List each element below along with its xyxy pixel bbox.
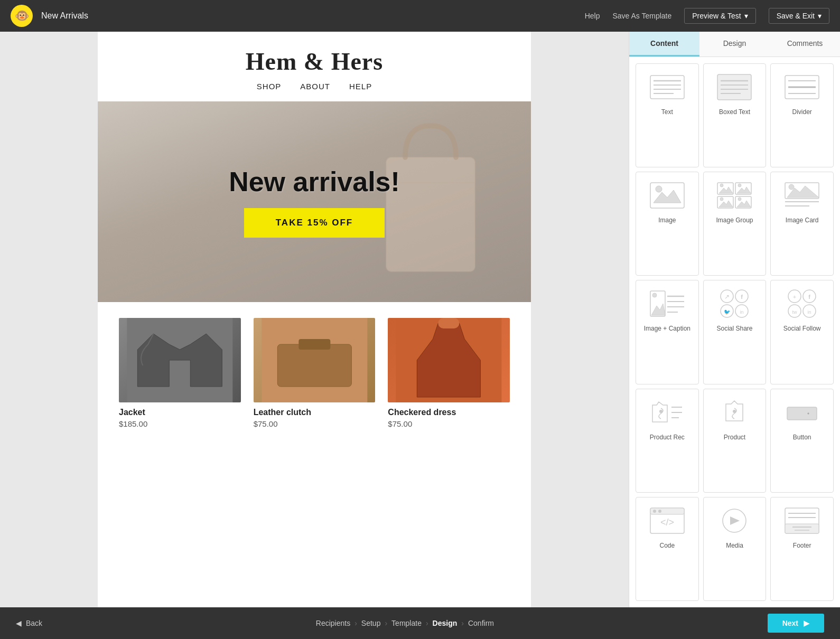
chevron-icon: › xyxy=(426,619,428,627)
svg-rect-4 xyxy=(277,344,351,387)
nav-about[interactable]: ABOUT xyxy=(300,82,330,91)
block-code-label: Code xyxy=(659,542,675,549)
svg-point-74 xyxy=(653,510,656,513)
preview-test-button[interactable]: Preview & Test ▾ xyxy=(684,8,755,24)
breadcrumb: Recipients › Setup › Template › Design ›… xyxy=(316,619,494,627)
block-boxed-text[interactable]: Boxed Text xyxy=(703,63,767,167)
image-caption-block-icon xyxy=(646,287,688,321)
breadcrumb-template: Template xyxy=(391,619,422,627)
chevron-left-icon: ◀ xyxy=(16,619,22,627)
clutch-icon xyxy=(254,318,376,402)
next-button[interactable]: Next ▶ xyxy=(768,614,824,633)
svg-point-75 xyxy=(658,510,661,513)
hero-overlay: New arrivals! TAKE 15% OFF xyxy=(98,101,531,302)
canvas-area: Hem & Hers SHOP ABOUT HELP New arrivals! xyxy=(0,32,629,607)
block-image-group[interactable]: Image Group xyxy=(703,172,767,276)
product-image-dress xyxy=(388,318,510,402)
brand-name: Hem & Hers xyxy=(108,48,520,76)
product-name-dress: Checkered dress xyxy=(388,408,510,417)
block-media[interactable]: Media xyxy=(703,497,767,601)
products-grid: Jacket $185.00 Leather clutch $75. xyxy=(119,318,510,428)
svg-marker-35 xyxy=(737,201,751,207)
image-card-block-icon xyxy=(781,178,823,212)
divider-block-icon xyxy=(781,70,823,104)
product-name-clutch: Leather clutch xyxy=(254,408,376,417)
svg-rect-80 xyxy=(785,524,819,533)
product-block-icon xyxy=(713,396,755,429)
block-button[interactable]: Button xyxy=(770,389,834,493)
svg-text:f: f xyxy=(741,294,743,300)
block-footer-label: Footer xyxy=(793,542,811,549)
save-as-template-button[interactable]: Save As Template xyxy=(612,12,671,20)
nav-shop[interactable]: SHOP xyxy=(257,82,282,91)
block-image-card-label: Image Card xyxy=(786,217,819,224)
block-media-label: Media xyxy=(726,542,743,549)
back-button[interactable]: ◀ Back xyxy=(16,619,42,627)
svg-marker-78 xyxy=(730,516,740,525)
block-product[interactable]: Product xyxy=(703,389,767,493)
svg-text:in: in xyxy=(740,309,744,315)
email-header: Hem & Hers SHOP ABOUT HELP xyxy=(98,32,531,101)
nav-help[interactable]: HELP xyxy=(349,82,372,91)
email-canvas: Hem & Hers SHOP ABOUT HELP New arrivals! xyxy=(98,32,531,607)
hero-cta-button[interactable]: TAKE 15% OFF xyxy=(244,208,385,238)
svg-marker-32 xyxy=(719,201,733,207)
products-section: Jacket $185.00 Leather clutch $75. xyxy=(98,302,531,449)
svg-rect-22 xyxy=(650,183,684,208)
tab-comments[interactable]: Comments xyxy=(770,32,840,57)
nav-right: Help Save As Template Preview & Test ▾ S… xyxy=(585,8,829,24)
svg-point-65 xyxy=(659,410,662,413)
svg-rect-70 xyxy=(787,407,817,420)
block-image-label: Image xyxy=(658,217,676,224)
block-image-card[interactable]: Image Card xyxy=(770,172,834,276)
panel-tabs: Content Design Comments xyxy=(629,32,840,57)
bottom-navigation: ◀ Back Recipients › Setup › Template › D… xyxy=(0,607,840,639)
block-button-label: Button xyxy=(793,434,811,441)
image-block-icon xyxy=(646,178,688,212)
hero-section: New arrivals! TAKE 15% OFF xyxy=(98,101,531,302)
block-text[interactable]: Text xyxy=(636,63,699,167)
svg-rect-7 xyxy=(438,318,460,328)
block-product-rec[interactable]: Product Rec xyxy=(636,389,699,493)
button-block-icon xyxy=(781,396,823,429)
svg-point-27 xyxy=(720,184,723,187)
help-button[interactable]: Help xyxy=(585,12,600,20)
tab-design[interactable]: Design xyxy=(699,32,770,57)
svg-point-36 xyxy=(738,198,741,201)
svg-point-69 xyxy=(733,410,736,413)
mailchimp-logo: 🐵 xyxy=(11,5,33,27)
product-name-jacket: Jacket xyxy=(119,408,241,417)
block-image[interactable]: Image xyxy=(636,172,699,276)
block-social-follow-label: Social Follow xyxy=(783,325,821,332)
product-item-dress: Checkered dress $75.00 xyxy=(388,318,510,428)
nav-title: New Arrivals xyxy=(41,11,88,21)
save-exit-button[interactable]: Save & Exit ▾ xyxy=(769,8,829,24)
svg-rect-8 xyxy=(650,76,684,99)
block-social-follow[interactable]: + f tw in Social Follow xyxy=(770,280,834,384)
nav-left: 🐵 New Arrivals xyxy=(11,5,88,27)
product-price-dress: $75.00 xyxy=(388,419,510,428)
chevron-down-icon: ▾ xyxy=(744,12,748,20)
block-image-caption[interactable]: Image + Caption xyxy=(636,280,699,384)
block-product-rec-label: Product Rec xyxy=(650,434,685,441)
tab-content[interactable]: Content xyxy=(629,32,699,57)
block-divider-label: Divider xyxy=(792,108,811,116)
media-block-icon xyxy=(713,504,755,538)
breadcrumb-recipients: Recipients xyxy=(316,619,350,627)
chevron-right-icon: ▶ xyxy=(804,619,809,627)
chevron-icon: › xyxy=(461,619,464,627)
svg-point-24 xyxy=(656,186,662,192)
block-social-share[interactable]: ↗ f 🐦 in Social Share xyxy=(703,280,767,384)
jacket-icon xyxy=(119,318,241,402)
chevron-icon: › xyxy=(354,619,357,627)
svg-point-39 xyxy=(789,184,794,190)
block-boxed-text-label: Boxed Text xyxy=(719,108,750,116)
code-block-icon: </> xyxy=(646,504,688,538)
svg-marker-29 xyxy=(737,187,751,193)
product-image-clutch xyxy=(254,318,376,402)
block-divider[interactable]: Divider xyxy=(770,63,834,167)
block-footer[interactable]: Footer xyxy=(770,497,834,601)
block-code[interactable]: </> Code xyxy=(636,497,699,601)
text-block-icon xyxy=(646,70,688,104)
svg-text:tw: tw xyxy=(792,309,798,315)
